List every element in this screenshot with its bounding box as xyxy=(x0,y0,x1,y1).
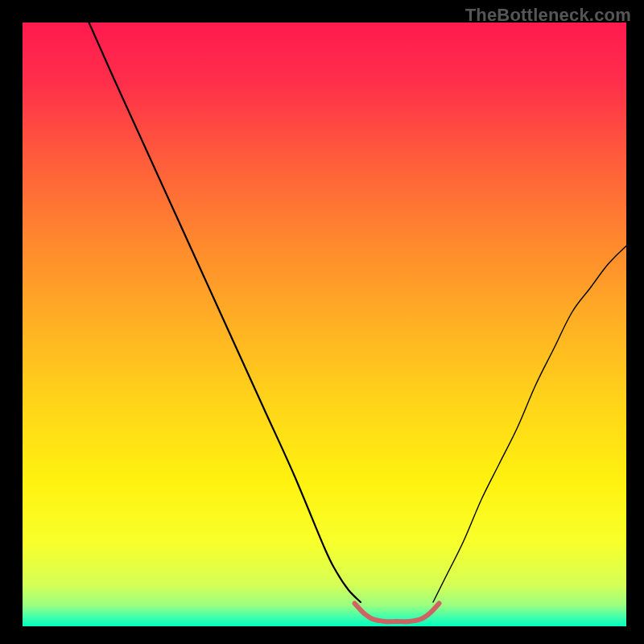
plot-area xyxy=(23,23,626,626)
chart-container: TheBottleneck.com xyxy=(0,0,644,644)
gradient-background xyxy=(23,23,626,626)
chart-svg xyxy=(23,23,626,626)
watermark-text: TheBottleneck.com xyxy=(465,5,631,26)
